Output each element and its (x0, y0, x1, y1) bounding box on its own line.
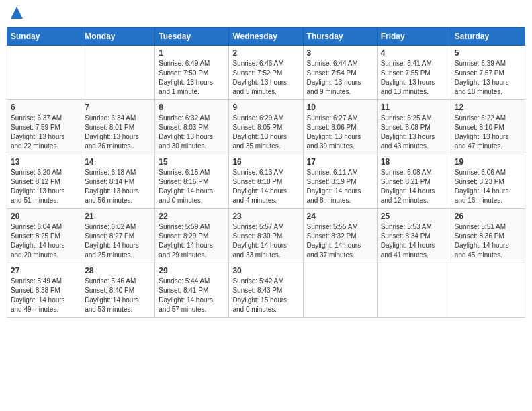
day-number: 16 (232, 157, 299, 167)
day-number: 4 (381, 48, 447, 58)
day-info: Sunrise: 6:22 AM Sunset: 8:10 PM Dayligh… (455, 113, 521, 151)
day-cell: 21Sunrise: 6:02 AM Sunset: 8:27 PM Dayli… (81, 209, 155, 263)
day-number: 20 (11, 212, 77, 221)
day-info: Sunrise: 6:44 AM Sunset: 7:54 PM Dayligh… (307, 59, 373, 97)
day-number: 14 (85, 157, 151, 167)
day-number: 2 (232, 48, 299, 58)
day-info: Sunrise: 6:39 AM Sunset: 7:57 PM Dayligh… (455, 59, 521, 97)
day-number: 27 (11, 266, 77, 275)
day-number: 29 (159, 266, 225, 275)
week-row-2: 6Sunrise: 6:37 AM Sunset: 7:59 PM Daylig… (7, 100, 525, 154)
day-cell: 15Sunrise: 6:15 AM Sunset: 8:16 PM Dayli… (155, 154, 229, 209)
day-info: Sunrise: 6:20 AM Sunset: 8:12 PM Dayligh… (11, 168, 77, 205)
day-number: 15 (159, 157, 225, 167)
weekday-header-sunday: Sunday (7, 28, 81, 46)
day-cell: 6Sunrise: 6:37 AM Sunset: 7:59 PM Daylig… (7, 100, 81, 154)
day-info: Sunrise: 5:53 AM Sunset: 8:34 PM Dayligh… (381, 222, 447, 260)
week-row-1: 1Sunrise: 6:49 AM Sunset: 7:50 PM Daylig… (7, 46, 525, 100)
day-cell (81, 46, 155, 100)
day-number: 8 (159, 103, 225, 112)
day-cell: 18Sunrise: 6:08 AM Sunset: 8:21 PM Dayli… (377, 154, 451, 209)
day-cell: 16Sunrise: 6:13 AM Sunset: 8:18 PM Dayli… (229, 154, 303, 209)
day-cell: 12Sunrise: 6:22 AM Sunset: 8:10 PM Dayli… (451, 100, 525, 154)
day-cell: 26Sunrise: 5:51 AM Sunset: 8:36 PM Dayli… (451, 209, 525, 263)
day-number: 12 (455, 103, 521, 112)
day-info: Sunrise: 5:57 AM Sunset: 8:30 PM Dayligh… (232, 222, 299, 260)
day-cell (377, 263, 451, 318)
day-info: Sunrise: 5:49 AM Sunset: 8:38 PM Dayligh… (11, 277, 77, 314)
day-number: 30 (232, 266, 299, 275)
day-cell: 24Sunrise: 5:55 AM Sunset: 8:32 PM Dayli… (303, 209, 377, 263)
day-number: 19 (455, 157, 521, 167)
day-info: Sunrise: 5:42 AM Sunset: 8:43 PM Dayligh… (232, 277, 299, 314)
day-info: Sunrise: 5:59 AM Sunset: 8:29 PM Dayligh… (159, 222, 225, 260)
day-info: Sunrise: 6:41 AM Sunset: 7:55 PM Dayligh… (381, 59, 447, 97)
day-info: Sunrise: 6:49 AM Sunset: 7:50 PM Dayligh… (159, 59, 225, 97)
day-cell: 10Sunrise: 6:27 AM Sunset: 8:06 PM Dayli… (303, 100, 377, 154)
day-cell: 5Sunrise: 6:39 AM Sunset: 7:57 PM Daylig… (451, 46, 525, 100)
day-cell: 7Sunrise: 6:34 AM Sunset: 8:01 PM Daylig… (81, 100, 155, 154)
day-cell: 4Sunrise: 6:41 AM Sunset: 7:55 PM Daylig… (377, 46, 451, 100)
day-cell: 14Sunrise: 6:18 AM Sunset: 8:14 PM Dayli… (81, 154, 155, 209)
day-number: 28 (85, 266, 151, 275)
day-info: Sunrise: 6:25 AM Sunset: 8:08 PM Dayligh… (381, 113, 447, 151)
day-number: 18 (381, 157, 447, 167)
day-info: Sunrise: 6:04 AM Sunset: 8:25 PM Dayligh… (11, 222, 77, 260)
weekday-header-monday: Monday (81, 28, 155, 46)
logo-icon (11, 7, 23, 19)
weekday-header-saturday: Saturday (451, 28, 525, 46)
day-info: Sunrise: 6:32 AM Sunset: 8:03 PM Dayligh… (159, 113, 225, 151)
day-number: 1 (159, 48, 225, 58)
day-cell: 25Sunrise: 5:53 AM Sunset: 8:34 PM Dayli… (377, 209, 451, 263)
day-info: Sunrise: 5:46 AM Sunset: 8:40 PM Dayligh… (85, 277, 151, 314)
day-number: 11 (381, 103, 447, 112)
day-cell: 20Sunrise: 6:04 AM Sunset: 8:25 PM Dayli… (7, 209, 81, 263)
day-info: Sunrise: 6:29 AM Sunset: 8:05 PM Dayligh… (232, 113, 299, 151)
day-info: Sunrise: 6:06 AM Sunset: 8:23 PM Dayligh… (455, 168, 521, 205)
day-number: 3 (307, 48, 373, 58)
day-number: 26 (455, 212, 521, 221)
day-number: 6 (11, 103, 77, 112)
day-number: 7 (85, 103, 151, 112)
day-cell: 29Sunrise: 5:44 AM Sunset: 8:41 PM Dayli… (155, 263, 229, 318)
day-number: 17 (307, 157, 373, 167)
weekday-header-thursday: Thursday (303, 28, 377, 46)
day-cell: 30Sunrise: 5:42 AM Sunset: 8:43 PM Dayli… (229, 263, 303, 318)
week-row-5: 27Sunrise: 5:49 AM Sunset: 8:38 PM Dayli… (7, 263, 525, 318)
weekday-header-wednesday: Wednesday (229, 28, 303, 46)
day-cell: 11Sunrise: 6:25 AM Sunset: 8:08 PM Dayli… (377, 100, 451, 154)
day-cell: 28Sunrise: 5:46 AM Sunset: 8:40 PM Dayli… (81, 263, 155, 318)
day-cell: 2Sunrise: 6:46 AM Sunset: 7:52 PM Daylig… (229, 46, 303, 100)
day-info: Sunrise: 5:44 AM Sunset: 8:41 PM Dayligh… (159, 277, 225, 314)
day-info: Sunrise: 6:15 AM Sunset: 8:16 PM Dayligh… (159, 168, 225, 205)
day-cell (7, 46, 81, 100)
day-cell: 8Sunrise: 6:32 AM Sunset: 8:03 PM Daylig… (155, 100, 229, 154)
day-number: 25 (381, 212, 447, 221)
logo (9, 7, 23, 21)
day-number: 9 (232, 103, 299, 112)
day-info: Sunrise: 6:08 AM Sunset: 8:21 PM Dayligh… (381, 168, 447, 205)
day-number: 22 (159, 212, 225, 221)
day-cell: 23Sunrise: 5:57 AM Sunset: 8:30 PM Dayli… (229, 209, 303, 263)
day-number: 13 (11, 157, 77, 167)
day-info: Sunrise: 5:55 AM Sunset: 8:32 PM Dayligh… (307, 222, 373, 260)
day-cell: 1Sunrise: 6:49 AM Sunset: 7:50 PM Daylig… (155, 46, 229, 100)
day-number: 5 (455, 48, 521, 58)
day-info: Sunrise: 6:18 AM Sunset: 8:14 PM Dayligh… (85, 168, 151, 205)
day-info: Sunrise: 6:02 AM Sunset: 8:27 PM Dayligh… (85, 222, 151, 260)
day-info: Sunrise: 5:51 AM Sunset: 8:36 PM Dayligh… (455, 222, 521, 260)
day-cell: 9Sunrise: 6:29 AM Sunset: 8:05 PM Daylig… (229, 100, 303, 154)
day-cell: 3Sunrise: 6:44 AM Sunset: 7:54 PM Daylig… (303, 46, 377, 100)
day-cell: 27Sunrise: 5:49 AM Sunset: 8:38 PM Dayli… (7, 263, 81, 318)
day-info: Sunrise: 6:13 AM Sunset: 8:18 PM Dayligh… (232, 168, 299, 205)
day-cell (451, 263, 525, 318)
day-number: 23 (232, 212, 299, 221)
day-info: Sunrise: 6:46 AM Sunset: 7:52 PM Dayligh… (232, 59, 299, 97)
day-cell: 17Sunrise: 6:11 AM Sunset: 8:19 PM Dayli… (303, 154, 377, 209)
day-number: 10 (307, 103, 373, 112)
day-info: Sunrise: 6:37 AM Sunset: 7:59 PM Dayligh… (11, 113, 77, 151)
day-number: 24 (307, 212, 373, 221)
calendar-table: SundayMondayTuesdayWednesdayThursdayFrid… (7, 27, 525, 318)
week-row-3: 13Sunrise: 6:20 AM Sunset: 8:12 PM Dayli… (7, 154, 525, 209)
weekday-header-friday: Friday (377, 28, 451, 46)
